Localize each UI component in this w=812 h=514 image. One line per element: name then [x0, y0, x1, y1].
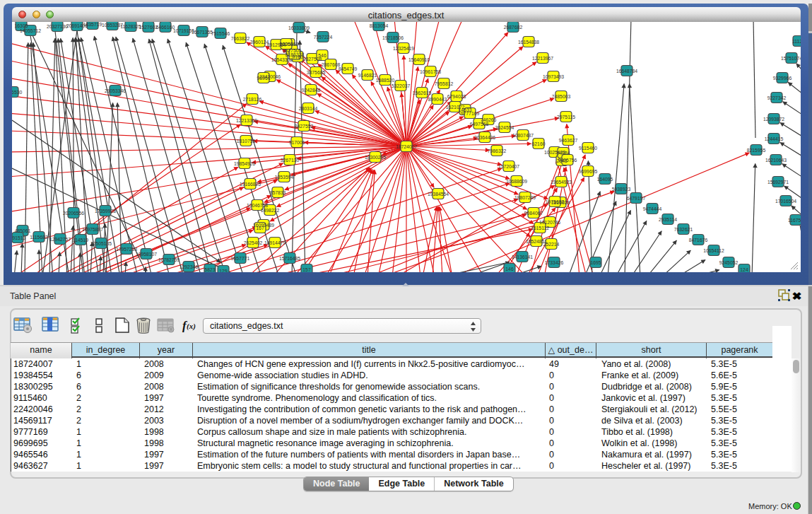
svg-text:2803144: 2803144: [299, 106, 318, 111]
svg-text:114519: 114519: [73, 238, 88, 243]
svg-text:8186328: 8186328: [286, 52, 305, 57]
svg-text:2935114: 2935114: [659, 217, 677, 222]
svg-text:3960124: 3960124: [250, 40, 269, 45]
svg-text:1975692: 1975692: [546, 199, 565, 204]
svg-text:116753: 116753: [788, 218, 801, 223]
svg-text:9115460: 9115460: [579, 146, 597, 151]
svg-text:1527602: 1527602: [139, 25, 158, 30]
svg-text:8427552: 8427552: [295, 124, 314, 129]
svg-text:2867608: 2867608: [322, 62, 341, 67]
svg-text:12213967: 12213967: [532, 56, 553, 61]
svg-text:6466160: 6466160: [156, 25, 175, 30]
svg-text:9463627: 9463627: [559, 138, 578, 143]
svg-text:16648784: 16648784: [616, 69, 637, 74]
svg-text:15716485: 15716485: [279, 256, 300, 261]
svg-text:8454749: 8454749: [339, 66, 358, 71]
svg-text:1588520: 1588520: [376, 78, 395, 83]
svg-text:10046758: 10046758: [247, 203, 268, 208]
svg-text:3624554: 3624554: [495, 125, 514, 130]
svg-text:18724007: 18724007: [396, 144, 417, 149]
svg-text:15640910: 15640910: [408, 57, 430, 62]
svg-text:3875685: 3875685: [307, 70, 326, 75]
svg-text:19218506: 19218506: [382, 35, 404, 40]
svg-text:1733426: 1733426: [545, 260, 564, 265]
svg-text:1115682: 1115682: [30, 235, 48, 240]
svg-text:20364436: 20364436: [474, 135, 495, 140]
svg-text:1498222: 1498222: [261, 208, 280, 213]
svg-text:18807249: 18807249: [514, 195, 536, 200]
svg-text:3267130: 3267130: [281, 158, 300, 163]
svg-text:14914479: 14914479: [264, 240, 286, 245]
svg-text:15720407: 15720407: [498, 164, 519, 169]
svg-text:9474444: 9474444: [643, 206, 662, 211]
svg-text:1615112: 1615112: [531, 226, 549, 230]
svg-text:11628325: 11628325: [120, 24, 141, 29]
svg-text:1244415: 1244415: [765, 136, 784, 141]
svg-text:9245052: 9245052: [719, 260, 739, 265]
svg-text:917006: 917006: [289, 140, 305, 145]
svg-text:7632621: 7632621: [674, 227, 693, 232]
svg-text:5823: 5823: [204, 267, 215, 272]
svg-text:157: 157: [302, 267, 311, 272]
svg-text:29053346: 29053346: [105, 88, 126, 93]
svg-text:2718126: 2718126: [243, 97, 262, 102]
svg-text:(x): (x): [187, 322, 196, 331]
svg-text:129: 129: [219, 269, 228, 273]
svg-text:12505135: 12505135: [90, 241, 112, 246]
svg-text:6497568: 6497568: [470, 122, 489, 127]
svg-text:19166825: 19166825: [240, 182, 261, 187]
svg-text:9495756: 9495756: [558, 158, 577, 163]
svg-text:9699695: 9699695: [579, 169, 598, 174]
svg-text:16058: 16058: [280, 42, 293, 47]
svg-text:18300295: 18300295: [365, 155, 386, 160]
svg-text:8471676: 8471676: [689, 238, 708, 243]
svg-text:746266: 746266: [481, 117, 497, 122]
svg-text:1695: 1695: [590, 260, 601, 265]
svg-text:17016504: 17016504: [775, 199, 796, 204]
svg-text:17359928: 17359928: [95, 209, 116, 214]
svg-text:12093872: 12093872: [763, 117, 784, 122]
svg-text:146: 146: [505, 267, 514, 271]
svg-text:164095: 164095: [597, 177, 613, 182]
svg-text:14055712: 14055712: [20, 28, 41, 33]
svg-text:857833: 857833: [270, 190, 286, 195]
svg-text:10654112: 10654112: [703, 248, 724, 253]
svg-text:5938923: 5938923: [612, 187, 631, 192]
svg-text:546: 546: [318, 53, 326, 58]
svg-text:7955812: 7955812: [435, 81, 454, 86]
svg-text:10688609: 10688609: [506, 179, 527, 184]
svg-text:9227342: 9227342: [767, 95, 787, 100]
svg-text:1835719: 1835719: [83, 22, 102, 27]
svg-text:10961758: 10961758: [420, 69, 441, 74]
svg-text:9777169: 9777169: [461, 111, 480, 116]
svg-text:16782759: 16782759: [158, 257, 180, 262]
svg-text:7663822: 7663822: [231, 36, 250, 41]
svg-text:9657771: 9657771: [231, 256, 250, 261]
svg-text:1292346: 1292346: [180, 264, 199, 269]
svg-text:20206556: 20206556: [63, 211, 84, 216]
svg-text:10973493: 10973493: [543, 74, 564, 79]
svg-text:485061: 485061: [15, 228, 31, 233]
svg-text:11127: 11127: [792, 39, 801, 44]
svg-text:12942757: 12942757: [49, 237, 71, 242]
svg-text:14136141: 14136141: [512, 255, 533, 259]
svg-text:94384: 94384: [557, 151, 570, 156]
svg-text:62160: 62160: [532, 141, 546, 146]
svg-text:5322037: 5322037: [392, 83, 411, 88]
svg-text:6479197: 6479197: [627, 196, 646, 201]
svg-text:1562615: 1562615: [413, 90, 432, 95]
svg-text:10975887: 10975887: [82, 227, 103, 232]
svg-text:16154838: 16154838: [518, 40, 539, 45]
svg-text:7357224: 7357224: [314, 35, 333, 40]
svg-text:8813054: 8813054: [370, 23, 389, 28]
svg-text:98961: 98961: [257, 76, 271, 81]
svg-text:19854926: 19854926: [234, 161, 255, 166]
svg-text:2616530: 2616530: [12, 90, 22, 95]
svg-text:17957253: 17957253: [116, 247, 137, 252]
svg-text:19654923: 19654923: [551, 180, 572, 185]
svg-text:7485003: 7485003: [552, 94, 571, 99]
svg-text:9084067: 9084067: [524, 211, 543, 216]
svg-text:391513: 391513: [12, 235, 26, 240]
svg-text:10120746: 10120746: [539, 220, 560, 225]
svg-text:2687682: 2687682: [504, 25, 523, 30]
